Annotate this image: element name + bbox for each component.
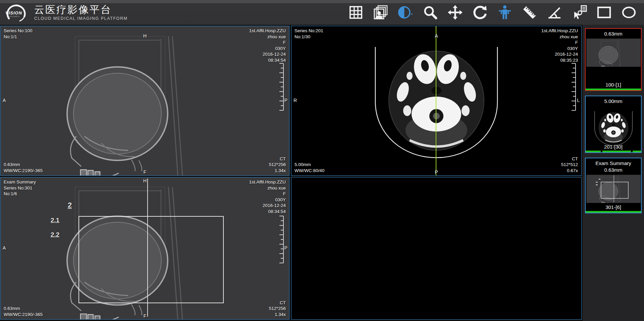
- thumbnail-label: 301-[6]: [586, 204, 641, 210]
- image-no: No:1/30: [294, 34, 323, 40]
- annotation-series-2-2[interactable]: 2.2: [51, 231, 59, 238]
- window-level-values: WW/WC:80/40: [294, 168, 324, 174]
- orientation-right: P: [284, 98, 287, 103]
- rotate-icon: [473, 5, 487, 20]
- hospital: 1st.Affil.Hosp.ZZU: [249, 179, 286, 185]
- scout-image: [1, 26, 289, 175]
- ellipse-roi-button[interactable]: [621, 5, 637, 20]
- patient-position-button[interactable]: [497, 5, 513, 20]
- load-progress-bar: [586, 151, 641, 152]
- orientation-right: P: [284, 245, 287, 251]
- patient-sex: F: [249, 40, 286, 46]
- marker-annotation-button[interactable]: [572, 5, 587, 20]
- orientation-top: A: [435, 33, 438, 39]
- marker-annotation-icon: [572, 5, 587, 20]
- app-title: 云医疗影像平台: [34, 4, 128, 15]
- study-time: 08:34:54: [249, 57, 286, 63]
- exam-summary-label: Exam Summary: [4, 179, 36, 185]
- image-tech-info: CT 512*256 1.34x: [269, 156, 286, 174]
- orientation-left: A: [3, 98, 6, 103]
- layout-grid-button[interactable]: [348, 5, 364, 20]
- app-logo: VISION PACS&RIS 云医疗影像平台 CLOUD MEDICAL IM…: [5, 2, 128, 22]
- hospital: 1st.Affil.Hosp.ZZU: [249, 28, 286, 34]
- series-stack-button[interactable]: [373, 5, 388, 20]
- modality: CT: [269, 156, 286, 162]
- patient-age: 030Y: [249, 46, 286, 52]
- pan-move-icon: [448, 5, 463, 20]
- orientation-bottom: F: [144, 313, 147, 319]
- thumbnail-title: 5.00mm: [604, 96, 622, 105]
- thumbnail-axial-image: [586, 106, 641, 149]
- thumbnail-series-100[interactable]: 0.63mm 100-[1]: [585, 28, 642, 91]
- thumbnail-label: 100-[1]: [586, 82, 641, 88]
- rectangle-roi-icon: [597, 5, 611, 20]
- pan-button[interactable]: [447, 5, 463, 20]
- slice-info: 0.63mm WW/WC:2190/-365: [4, 306, 43, 317]
- thumbnail-series-301[interactable]: Exam Summary 0.63mm 301-[6]: [585, 158, 642, 213]
- orientation-bottom: P: [435, 169, 438, 175]
- viewport-3-exam-summary[interactable]: 2 2.1 2.2 Exam Summary Series No:301 No:…: [0, 177, 289, 320]
- thumbnail-title: Exam Summary: [595, 158, 631, 167]
- thumbnail-label: 201-[30]: [586, 144, 641, 150]
- annotation-series-2-1[interactable]: 2.1: [51, 217, 59, 224]
- window-level-values: WW/WC:2190/-365: [4, 312, 43, 318]
- main-area: Series No:100 No:1/1 1st.Affil.Hosp.ZZU …: [0, 25, 644, 321]
- viewport-4-empty[interactable]: [291, 177, 582, 320]
- thumbnail-scout-image: [586, 39, 641, 67]
- length-ruler-button[interactable]: [522, 5, 537, 20]
- orientation-left: R: [293, 98, 297, 103]
- scale-ruler: [278, 215, 284, 264]
- vision-logo-icon: VISION PACS&RIS: [5, 2, 28, 22]
- viewport-grid: Series No:100 No:1/1 1st.Affil.Hosp.ZZU …: [0, 25, 582, 321]
- matrix: 512*256: [269, 306, 286, 312]
- toolbar: [348, 5, 639, 20]
- series-no: Series No:100: [4, 28, 33, 34]
- modality: CT: [269, 300, 286, 306]
- viewport-1-scout[interactable]: Series No:100 No:1/1 1st.Affil.Hosp.ZZU …: [0, 26, 289, 176]
- layout-grid-icon: [349, 5, 363, 19]
- zoom-factor: 0.67x: [561, 168, 578, 174]
- patient-age: 030Y: [249, 197, 286, 203]
- load-progress-bar: [586, 211, 641, 213]
- matrix: 512*512: [561, 162, 578, 168]
- modality: CT: [561, 156, 578, 162]
- window-level-button[interactable]: [398, 5, 413, 20]
- annotation-series-2[interactable]: 2: [68, 201, 72, 210]
- series-no: Series No:301: [4, 185, 36, 191]
- localizer-rectangle: [78, 216, 224, 303]
- window-level-icon: [398, 5, 413, 20]
- zoom-factor: 1.34x: [269, 168, 286, 174]
- rectangle-roi-button[interactable]: [596, 5, 612, 20]
- thumbnail-series-201[interactable]: 5.00mm 201-[30]: [585, 96, 642, 153]
- angle-measure-button[interactable]: [547, 5, 562, 20]
- slice-thickness: 5.00mm: [294, 162, 324, 168]
- patient-info: 1st.Affil.Hosp.ZZU zhou xue F 030Y 2016-…: [249, 28, 286, 63]
- orientation-top: H: [143, 178, 147, 183]
- header-bar: VISION PACS&RIS 云医疗影像平台 CLOUD MEDICAL IM…: [0, 0, 644, 25]
- cross-reference-line: [436, 26, 436, 175]
- patient-age: 030Y: [541, 46, 578, 52]
- load-progress-bar: [586, 89, 641, 90]
- study-date: 2016-12-24: [541, 51, 578, 57]
- length-ruler-icon: [522, 5, 537, 20]
- rotate-button[interactable]: [472, 5, 488, 20]
- zoom-button[interactable]: [423, 5, 438, 20]
- orientation-left: A: [3, 245, 6, 251]
- slice-info: 5.00mm WW/WC:80/40: [294, 162, 324, 173]
- window-level-values: WW/WC:2190/-365: [4, 168, 43, 174]
- patient-info: 1st.Affil.Hosp.ZZU zhou xue F 030Y 2016-…: [249, 179, 286, 214]
- viewport-2-axial[interactable]: Series No:201 No:1/30 1st.Affil.Hosp.ZZU…: [291, 26, 582, 176]
- thumbnail-scout-annotated-image: [586, 175, 641, 203]
- matrix: 512*256: [269, 162, 286, 168]
- study-time: 08:35:23: [541, 57, 578, 63]
- series-info: Series No:100 No:1/1: [4, 28, 33, 40]
- app-subtitle: CLOUD MEDICAL IMAGING PLATFORM: [34, 16, 128, 21]
- image-no: No:1/1: [4, 34, 33, 40]
- patient-name: zhou xue: [541, 34, 578, 40]
- study-time: 08:34:54: [249, 209, 286, 215]
- patient-name: zhou xue: [249, 34, 286, 40]
- series-no: Series No:201: [294, 28, 323, 34]
- brand-subtext: PACS&RIS: [9, 15, 20, 17]
- thumbnail-title: 0.63mm: [604, 29, 622, 37]
- patient-position-icon: [497, 5, 512, 20]
